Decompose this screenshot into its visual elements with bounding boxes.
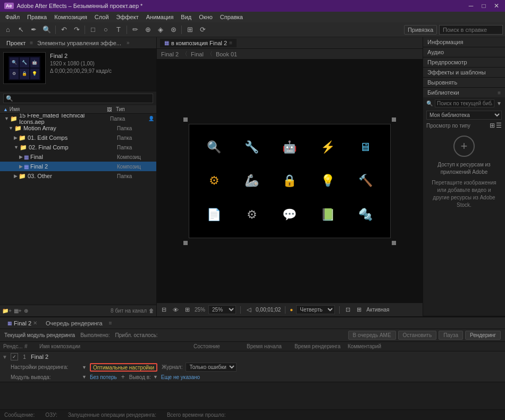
menu-animation[interactable]: Анимация <box>143 13 177 21</box>
tree-arrow-02final[interactable]: ▼ <box>14 145 19 150</box>
render-tab-menu[interactable]: ≡ <box>109 320 112 326</box>
lib-search-input[interactable] <box>435 99 494 107</box>
quality-select[interactable]: Четверть Половина Полная <box>296 305 335 314</box>
log-select[interactable]: Только ошибки Все <box>186 363 237 372</box>
output-to-value[interactable]: Еще не указано <box>161 374 200 380</box>
help-search-input[interactable] <box>439 25 503 35</box>
tree-item-01edit[interactable]: ▶ 📁 01. Edit Comps Папка <box>0 133 156 142</box>
comp-nav-final2[interactable]: Final 2 <box>161 51 179 57</box>
tree-item-motion-array[interactable]: ▼ 📁 Motion Array Папка <box>0 123 156 133</box>
comp-ctrl-grid[interactable]: ⊞ <box>183 306 191 314</box>
new-item-btn[interactable]: ⊕ <box>24 308 28 314</box>
text-tool[interactable]: T <box>113 24 124 35</box>
tree-arrow-final2[interactable]: ▶ <box>19 164 23 169</box>
ame-queue-button[interactable]: В очередь AME <box>348 331 396 340</box>
comp-tab-close[interactable]: ≡ <box>229 40 232 46</box>
tree-arrow-01edit[interactable]: ▶ <box>14 135 18 140</box>
menu-composition[interactable]: Композиция <box>51 13 90 21</box>
menu-edit[interactable]: Правка <box>24 13 50 21</box>
render-tab-queue[interactable]: Очередь рендеринга <box>41 319 107 327</box>
project-search <box>0 91 156 105</box>
output-plus-icon[interactable]: + <box>121 373 125 381</box>
comp-ctrl-snap[interactable]: ⊟ <box>160 306 168 314</box>
ellipse-tool[interactable]: ○ <box>100 24 112 35</box>
preview-panel-title[interactable]: Предпросмотр <box>423 57 505 67</box>
camera-tool[interactable]: ⊞ <box>184 24 196 35</box>
tree-item-final[interactable]: ▶ ▦ Final Композиц <box>0 152 156 162</box>
comp-ctrl-view[interactable]: 👁 <box>171 306 180 314</box>
comp-icon-final: ▦ <box>24 154 29 160</box>
lib-name-select[interactable]: Моя библиотека <box>426 111 502 120</box>
menu-bar: Файл Правка Композиция Слой Эффект Анима… <box>0 12 505 22</box>
comp-ctrl-extra1[interactable]: ⊡ <box>344 306 352 314</box>
new-comp-btn[interactable]: ▦+ <box>14 308 22 314</box>
render-settings-arrow[interactable]: ▼ <box>82 365 87 370</box>
puppet-tool[interactable]: ⊛ <box>167 24 179 35</box>
close-button[interactable]: ✕ <box>492 2 501 10</box>
redo-tool[interactable]: ↷ <box>71 24 82 35</box>
comp-icon-tab: ▦ <box>7 321 12 326</box>
select-tool[interactable]: ↖ <box>15 24 27 35</box>
comp-tab-final2[interactable]: ▦ в композиция Final 2 ≡ <box>160 39 237 47</box>
minimize-button[interactable]: ─ <box>467 2 475 10</box>
tree-item-03other[interactable]: ▶ 📁 03. Other Папка <box>0 171 156 181</box>
output-to-arrow[interactable]: ▼ <box>153 374 158 380</box>
tree-item-final2[interactable]: ▶ ▦ Final 2 Композиц <box>0 162 156 171</box>
list-view-btn[interactable]: ☰ <box>496 122 502 129</box>
lib-dropdown-icon[interactable]: ▼ <box>496 100 502 106</box>
orbit-tool[interactable]: ⟳ <box>197 24 208 35</box>
info-panel-title[interactable]: Информация <box>423 37 505 47</box>
home-tool[interactable]: ⌂ <box>2 24 14 35</box>
audio-panel-title[interactable]: Аудио <box>423 47 505 57</box>
tree-arrow-03other[interactable]: ▶ <box>14 173 18 179</box>
clone-tool[interactable]: ⊕ <box>142 24 154 35</box>
menu-effect[interactable]: Эффект <box>113 13 142 21</box>
stop-button[interactable]: Остановить <box>398 331 437 340</box>
menu-file[interactable]: Файл <box>2 13 23 21</box>
libraries-menu-icon[interactable]: ≡ <box>498 90 501 96</box>
effects-panel-title[interactable]: Эффекты и шаблоны <box>423 68 505 77</box>
menu-layer[interactable]: Слой <box>91 13 112 21</box>
pause-button[interactable]: Пауза <box>439 331 463 340</box>
pen-tool[interactable]: ✒ <box>28 24 39 35</box>
tree-item-02final[interactable]: ▼ 📁 02. Final Comp Папка <box>0 142 156 152</box>
align-panel-title[interactable]: Выровнять <box>423 78 505 87</box>
comp-nav-book01[interactable]: Book 01 <box>216 51 237 57</box>
tab-project[interactable]: Проект <box>3 39 29 47</box>
window-controls[interactable]: ─ □ ✕ <box>467 2 501 10</box>
eraser-tool[interactable]: ◈ <box>155 24 166 35</box>
undo-tool[interactable]: ↶ <box>58 24 70 35</box>
new-folder-btn[interactable]: 📁+ <box>2 308 12 314</box>
zoom-select[interactable]: 25% 50% 100% <box>208 305 236 314</box>
output-module-label: Модуль вывода: <box>11 374 80 380</box>
tab-effects-controls[interactable]: Элементы управления эффе... <box>34 39 124 47</box>
menu-view[interactable]: Вид <box>178 13 195 21</box>
libraries-header[interactable]: Библиотеки ≡ <box>423 88 505 97</box>
maximize-button[interactable]: □ <box>479 2 488 10</box>
shape-tool[interactable]: □ <box>87 24 99 35</box>
comp-ctrl-time[interactable]: ◁ <box>245 306 252 314</box>
render-settings-value[interactable]: Оптимальные настройки <box>90 363 157 372</box>
output-module-value[interactable]: Без потерь <box>90 374 117 380</box>
brush-tool[interactable]: ✏ <box>129 24 141 35</box>
render-button[interactable]: Рендеринг <box>465 331 501 340</box>
menu-window[interactable]: Окно <box>196 13 216 21</box>
add-resource-icon[interactable]: + <box>453 136 475 157</box>
tree-arrow-root[interactable]: ▼ <box>4 116 9 121</box>
comp-ctrl-extra2[interactable]: ⊞ <box>355 306 363 314</box>
project-search-input[interactable] <box>3 94 153 103</box>
comp-nav-final[interactable]: Final <box>191 51 204 57</box>
output-module-arrow[interactable]: ▼ <box>82 374 87 380</box>
render-tab-final2[interactable]: ▦ Final 2 ✕ <box>3 319 41 327</box>
tree-item-root[interactable]: ▼ 📁 15 Free_mated Technical Icons.aep Па… <box>0 114 156 123</box>
menu-help[interactable]: Справка <box>217 13 246 21</box>
zoom-tool[interactable]: 🔍 <box>40 24 53 35</box>
tab1-close[interactable]: ✕ <box>33 320 37 326</box>
rq-expand-arrow[interactable]: ▼ <box>2 354 9 360</box>
tree-arrow-motion[interactable]: ▼ <box>9 125 13 131</box>
grid-view-btn[interactable]: ⊞ <box>490 122 495 129</box>
tree-arrow-final[interactable]: ▶ <box>19 154 23 159</box>
trash-btn[interactable]: 🗑 <box>149 308 154 314</box>
snap-button[interactable]: Привязка <box>404 25 437 35</box>
rq-checkbox[interactable]: ✓ <box>11 353 18 360</box>
